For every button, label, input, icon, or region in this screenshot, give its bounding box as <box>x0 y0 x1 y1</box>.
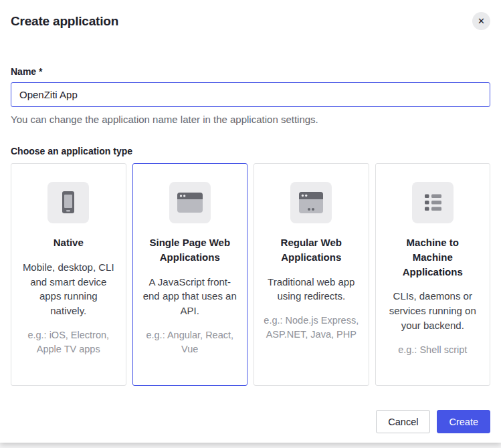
card-example: e.g.: iOS, Electron, Apple TV apps <box>19 328 118 356</box>
cancel-button[interactable]: Cancel <box>376 410 430 433</box>
name-helper-text: You can change the application name late… <box>11 114 490 125</box>
create-application-modal: Create application ✕ Name * You can chan… <box>0 0 501 443</box>
server-window-icon <box>290 182 332 223</box>
card-title: Regular Web Applications <box>270 235 352 265</box>
required-asterisk: * <box>39 66 42 77</box>
card-description: CLIs, daemons or services running on you… <box>385 289 480 332</box>
card-example: e.g.: Angular, React, Vue <box>141 328 239 356</box>
card-description: Traditional web app using redirects. <box>264 275 359 304</box>
card-native[interactable]: Native Mobile, desktop, CLI and smart de… <box>11 163 126 386</box>
card-title: Machine to Machine Applications <box>392 235 474 279</box>
close-button[interactable]: ✕ <box>472 12 490 30</box>
close-icon: ✕ <box>478 17 485 25</box>
card-title: Native <box>27 235 109 250</box>
modal-body: Name * You can change the application na… <box>0 30 501 410</box>
smartphone-icon <box>47 182 89 223</box>
card-single-page-web[interactable]: Single Page Web Applications A JavaScrip… <box>132 163 248 386</box>
browser-window-icon <box>169 182 211 223</box>
card-machine-to-machine[interactable]: Machine to Machine Applications CLIs, da… <box>375 163 491 386</box>
card-example: e.g.: Node.js Express, ASP.NET, Java, PH… <box>262 314 361 342</box>
name-label: Name * <box>11 66 490 77</box>
modal-footer: Cancel Create <box>0 410 501 443</box>
name-input[interactable] <box>11 82 490 107</box>
application-type-label: Choose an application type <box>11 146 490 156</box>
card-title: Single Page Web Applications <box>149 235 231 265</box>
create-button[interactable]: Create <box>437 410 490 433</box>
card-description: Mobile, desktop, CLI and smart device ap… <box>21 260 116 318</box>
name-label-text: Name <box>11 66 36 77</box>
card-regular-web[interactable]: Regular Web Applications Traditional web… <box>254 163 369 386</box>
modal-header: Create application ✕ <box>0 0 501 30</box>
card-example: e.g.: Shell script <box>384 343 482 357</box>
card-description: A JavaScript front-end app that uses an … <box>142 275 237 318</box>
application-type-cards: Native Mobile, desktop, CLI and smart de… <box>11 163 490 386</box>
list-icon <box>412 182 454 223</box>
page-title: Create application <box>11 14 118 29</box>
